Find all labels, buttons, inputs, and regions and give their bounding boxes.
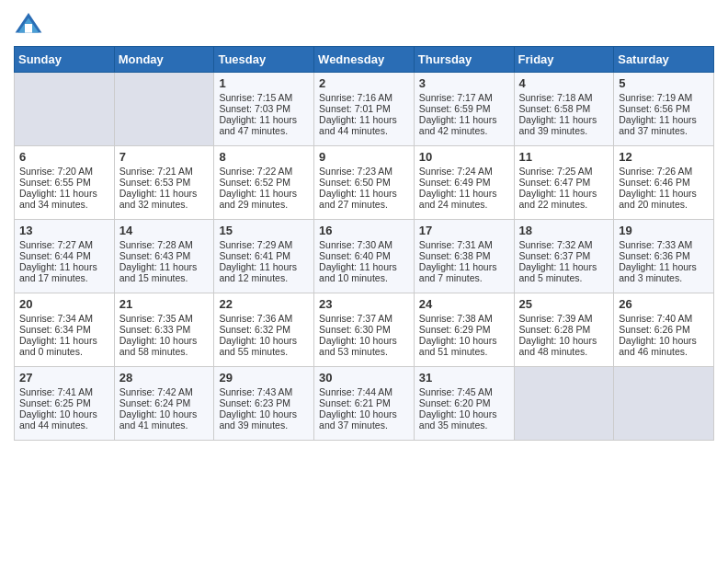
day-header-wednesday: Wednesday	[314, 47, 415, 73]
daylight-text: Daylight: 10 hours and 48 minutes.	[519, 335, 609, 357]
daylight-text: Daylight: 11 hours and 12 minutes.	[219, 261, 309, 283]
day-number: 19	[619, 224, 709, 237]
daylight-text: Daylight: 11 hours and 47 minutes.	[219, 114, 309, 136]
day-number: 22	[219, 297, 309, 311]
sunset-text: Sunset: 6:55 PM	[19, 177, 109, 188]
calendar-cell: 11Sunrise: 7:25 AMSunset: 6:47 PMDayligh…	[514, 146, 614, 220]
sunset-text: Sunset: 6:40 PM	[319, 250, 409, 261]
day-number: 4	[519, 76, 609, 90]
sunrise-text: Sunrise: 7:26 AM	[619, 166, 709, 177]
day-header-saturday: Saturday	[614, 47, 714, 73]
calendar-cell	[514, 367, 614, 441]
calendar-cell: 31Sunrise: 7:45 AMSunset: 6:20 PMDayligh…	[414, 367, 514, 441]
daylight-text: Daylight: 11 hours and 29 minutes.	[219, 188, 309, 210]
calendar-cell: 21Sunrise: 7:35 AMSunset: 6:33 PMDayligh…	[114, 293, 214, 367]
daylight-text: Daylight: 10 hours and 53 minutes.	[319, 335, 409, 357]
calendar-cell: 14Sunrise: 7:28 AMSunset: 6:43 PMDayligh…	[114, 220, 214, 293]
sunset-text: Sunset: 6:29 PM	[419, 324, 509, 335]
calendar-header-row: SundayMondayTuesdayWednesdayThursdayFrid…	[15, 47, 714, 73]
sunrise-text: Sunrise: 7:23 AM	[319, 166, 409, 177]
daylight-text: Daylight: 11 hours and 37 minutes.	[619, 114, 709, 136]
sunset-text: Sunset: 6:25 PM	[19, 397, 109, 408]
day-number: 10	[419, 150, 509, 164]
calendar-week-row: 13Sunrise: 7:27 AMSunset: 6:44 PMDayligh…	[15, 220, 714, 293]
sunset-text: Sunset: 6:53 PM	[119, 177, 210, 188]
sunrise-text: Sunrise: 7:43 AM	[219, 386, 309, 397]
daylight-text: Daylight: 10 hours and 35 minutes.	[419, 408, 509, 431]
day-number: 2	[319, 76, 409, 90]
day-number: 25	[519, 297, 609, 311]
sunrise-text: Sunrise: 7:34 AM	[19, 313, 109, 324]
daylight-text: Daylight: 10 hours and 41 minutes.	[119, 408, 210, 431]
calendar-cell: 4Sunrise: 7:18 AMSunset: 6:58 PMDaylight…	[514, 73, 614, 146]
calendar-cell: 5Sunrise: 7:19 AMSunset: 6:56 PMDaylight…	[614, 73, 714, 146]
calendar-cell: 24Sunrise: 7:38 AMSunset: 6:29 PMDayligh…	[414, 293, 514, 367]
day-number: 27	[19, 371, 109, 385]
daylight-text: Daylight: 10 hours and 46 minutes.	[619, 335, 709, 357]
calendar-cell: 3Sunrise: 7:17 AMSunset: 6:59 PMDaylight…	[414, 73, 514, 146]
daylight-text: Daylight: 11 hours and 24 minutes.	[419, 188, 509, 210]
day-number: 24	[419, 297, 509, 311]
sunset-text: Sunset: 6:43 PM	[119, 250, 210, 261]
sunset-text: Sunset: 6:23 PM	[219, 397, 309, 408]
calendar-week-row: 20Sunrise: 7:34 AMSunset: 6:34 PMDayligh…	[15, 293, 714, 367]
calendar-cell: 15Sunrise: 7:29 AMSunset: 6:41 PMDayligh…	[214, 220, 314, 293]
calendar-cell: 6Sunrise: 7:20 AMSunset: 6:55 PMDaylight…	[15, 146, 115, 220]
sunset-text: Sunset: 6:46 PM	[619, 177, 709, 188]
calendar-cell: 9Sunrise: 7:23 AMSunset: 6:50 PMDaylight…	[314, 146, 415, 220]
day-number: 16	[319, 224, 409, 237]
daylight-text: Daylight: 11 hours and 39 minutes.	[519, 114, 609, 136]
sunset-text: Sunset: 6:47 PM	[519, 177, 609, 188]
sunrise-text: Sunrise: 7:31 AM	[419, 239, 509, 250]
sunset-text: Sunset: 6:58 PM	[519, 103, 609, 114]
sunset-text: Sunset: 6:20 PM	[419, 397, 509, 408]
day-number: 6	[19, 150, 109, 164]
sunset-text: Sunset: 6:36 PM	[619, 250, 709, 261]
calendar-cell: 13Sunrise: 7:27 AMSunset: 6:44 PMDayligh…	[15, 220, 115, 293]
day-number: 11	[519, 150, 609, 164]
day-number: 5	[619, 76, 709, 90]
sunset-text: Sunset: 6:37 PM	[519, 250, 609, 261]
sunrise-text: Sunrise: 7:40 AM	[619, 313, 709, 324]
day-number: 12	[619, 150, 709, 164]
sunrise-text: Sunrise: 7:24 AM	[419, 166, 509, 177]
sunrise-text: Sunrise: 7:19 AM	[619, 92, 709, 103]
day-header-sunday: Sunday	[15, 47, 115, 73]
sunset-text: Sunset: 6:41 PM	[219, 250, 309, 261]
daylight-text: Daylight: 10 hours and 51 minutes.	[419, 335, 509, 357]
day-header-friday: Friday	[514, 47, 614, 73]
sunset-text: Sunset: 6:49 PM	[419, 177, 509, 188]
daylight-text: Daylight: 11 hours and 42 minutes.	[419, 114, 509, 136]
sunset-text: Sunset: 6:34 PM	[19, 324, 109, 335]
calendar-cell: 2Sunrise: 7:16 AMSunset: 7:01 PMDaylight…	[314, 73, 415, 146]
sunrise-text: Sunrise: 7:21 AM	[119, 166, 210, 177]
daylight-text: Daylight: 11 hours and 44 minutes.	[319, 114, 409, 136]
sunset-text: Sunset: 6:52 PM	[219, 177, 309, 188]
calendar-cell: 22Sunrise: 7:36 AMSunset: 6:32 PMDayligh…	[214, 293, 314, 367]
sunset-text: Sunset: 6:28 PM	[519, 324, 609, 335]
sunrise-text: Sunrise: 7:18 AM	[519, 92, 609, 103]
day-number: 26	[619, 297, 709, 311]
sunrise-text: Sunrise: 7:42 AM	[119, 386, 210, 397]
page-header	[14, 9, 714, 39]
day-number: 15	[219, 224, 309, 237]
sunrise-text: Sunrise: 7:41 AM	[19, 386, 109, 397]
calendar-cell	[614, 367, 714, 441]
day-number: 8	[219, 150, 309, 164]
day-number: 21	[119, 297, 210, 311]
sunset-text: Sunset: 6:30 PM	[319, 324, 409, 335]
calendar-cell: 18Sunrise: 7:32 AMSunset: 6:37 PMDayligh…	[514, 220, 614, 293]
day-number: 18	[519, 224, 609, 237]
sunset-text: Sunset: 6:50 PM	[319, 177, 409, 188]
day-number: 29	[219, 371, 309, 385]
calendar-cell: 23Sunrise: 7:37 AMSunset: 6:30 PMDayligh…	[314, 293, 415, 367]
sunrise-text: Sunrise: 7:39 AM	[519, 313, 609, 324]
day-number: 3	[419, 76, 509, 90]
calendar-cell: 1Sunrise: 7:15 AMSunset: 7:03 PMDaylight…	[214, 73, 314, 146]
daylight-text: Daylight: 11 hours and 10 minutes.	[319, 261, 409, 283]
sunrise-text: Sunrise: 7:28 AM	[119, 239, 210, 250]
sunrise-text: Sunrise: 7:17 AM	[419, 92, 509, 103]
day-header-monday: Monday	[114, 47, 214, 73]
day-number: 7	[119, 150, 210, 164]
daylight-text: Daylight: 11 hours and 17 minutes.	[19, 261, 109, 283]
